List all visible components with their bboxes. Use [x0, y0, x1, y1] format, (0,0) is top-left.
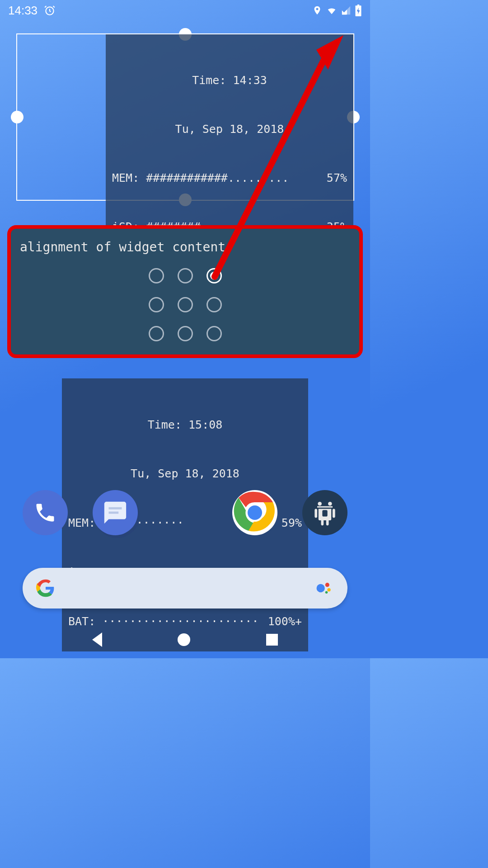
nav-back-button[interactable]	[92, 632, 102, 647]
google-search-bar[interactable]	[23, 568, 347, 609]
align-middle-center[interactable]	[178, 297, 193, 312]
google-logo-icon	[36, 579, 55, 598]
battery-charging-icon	[355, 5, 362, 16]
widget1-mem-row: MEM: ############.........57%	[112, 170, 347, 186]
status-bar: 14:33	[0, 0, 370, 21]
chrome-app-icon[interactable]	[232, 490, 277, 535]
widget1-date: Tu, Sep 18, 2018	[112, 121, 347, 137]
svg-point-15	[327, 588, 330, 591]
alignment-panel: alignment of widget content:	[7, 225, 363, 358]
status-time: 14:33	[8, 4, 38, 18]
nav-home-button[interactable]	[178, 633, 190, 646]
nav-bar	[0, 627, 370, 653]
align-top-left[interactable]	[149, 268, 164, 283]
align-bottom-left[interactable]	[149, 326, 164, 341]
svg-rect-5	[108, 507, 122, 509]
align-bottom-right[interactable]	[206, 326, 222, 341]
widget-resize-frame[interactable]: Time: 14:33 Tu, Sep 18, 2018 MEM: ######…	[16, 33, 354, 201]
svg-rect-2	[357, 5, 359, 6]
widget2-date: Tu, Sep 18, 2018	[68, 466, 302, 482]
widget2-time: Time: 15:08	[68, 417, 302, 433]
alignment-radio-grid	[20, 268, 350, 341]
messages-app-icon[interactable]	[93, 490, 138, 535]
location-icon	[312, 5, 322, 15]
align-top-center[interactable]	[178, 268, 193, 283]
svg-rect-6	[108, 512, 118, 514]
nav-recent-button[interactable]	[266, 634, 278, 646]
dock	[0, 490, 370, 535]
phone-app-icon[interactable]	[23, 490, 68, 535]
align-middle-right[interactable]	[206, 297, 222, 312]
align-bottom-center[interactable]	[178, 326, 193, 341]
wifi-icon	[326, 5, 338, 15]
signal-icon	[341, 5, 351, 15]
align-middle-left[interactable]	[149, 297, 164, 312]
android-app-icon[interactable]	[302, 490, 347, 535]
svg-point-16	[325, 591, 328, 594]
svg-point-10	[318, 502, 322, 506]
alarm-icon	[44, 5, 56, 16]
svg-rect-12	[322, 510, 327, 516]
svg-point-14	[325, 583, 329, 587]
align-top-right[interactable]	[206, 268, 222, 283]
assistant-icon[interactable]	[314, 578, 334, 598]
svg-point-13	[317, 584, 325, 592]
resize-handle-left[interactable]	[11, 111, 23, 123]
svg-point-11	[328, 502, 332, 506]
alignment-label: alignment of widget content:	[20, 240, 350, 255]
widget1-time: Time: 14:33	[112, 72, 347, 89]
svg-point-9	[248, 505, 262, 520]
